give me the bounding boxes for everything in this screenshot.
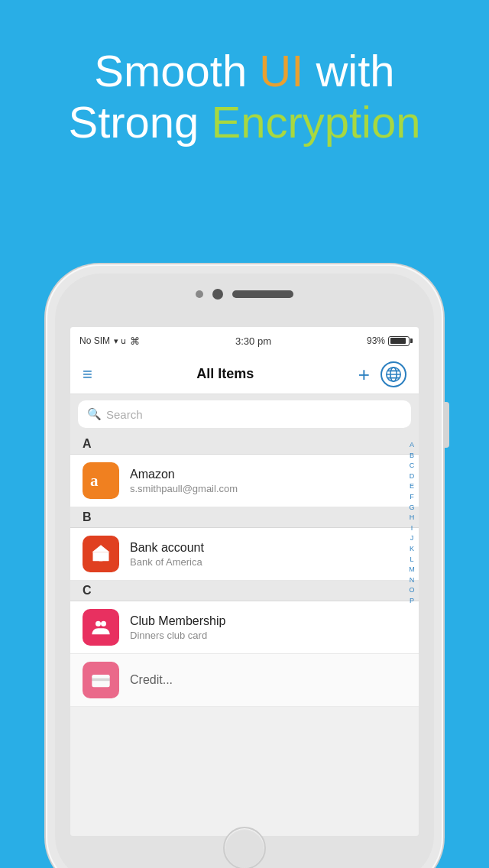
hero-line1-suffix: with [303, 46, 394, 96]
wifi-icon: ▾︎ 𝗎 [114, 336, 126, 346]
section-header-a: A [70, 434, 419, 455]
alpha-a[interactable]: A [406, 440, 417, 450]
add-button[interactable]: + [358, 364, 370, 384]
credit-icon [83, 662, 119, 698]
svg-rect-12 [92, 679, 109, 682]
phone-camera [212, 289, 223, 300]
section-header-b: B [70, 507, 419, 528]
alpha-c[interactable]: C [406, 461, 417, 471]
search-placeholder: Search [106, 408, 143, 421]
bank-text: Bank account Bank of America [130, 541, 406, 568]
club-subtitle: Dinners club card [130, 630, 406, 641]
bank-subtitle: Bank of America [130, 556, 406, 568]
svg-marker-7 [92, 545, 109, 552]
status-time: 3:30 pm [235, 335, 271, 347]
nav-bar: ≡ All Items + [70, 355, 419, 394]
home-button[interactable] [223, 827, 266, 868]
phone-speaker [232, 290, 293, 298]
hero-encryption-accent: Encryption [211, 97, 420, 147]
alpha-d[interactable]: D [406, 471, 417, 481]
hero-ui-accent: UI [259, 46, 303, 96]
wifi-symbol: ⌘ [130, 335, 140, 347]
list-area: A a Amazon s.smithpaull@gmail.com B [70, 434, 419, 836]
list-item-credit[interactable]: Credit... [70, 654, 419, 707]
hero-line1-prefix: Smooth [94, 46, 259, 96]
amazon-text: Amazon s.smithpaull@gmail.com [130, 468, 406, 494]
phone-mic [196, 290, 203, 298]
hero-strong-prefix: Strong [68, 97, 211, 147]
list-item-bank[interactable]: Bank account Bank of America [70, 528, 419, 581]
alpha-f[interactable]: F [406, 492, 417, 502]
svg-text:a: a [90, 471, 99, 490]
search-bar-container: 🔍 Search [70, 394, 419, 434]
search-bar[interactable]: 🔍 Search [78, 400, 411, 428]
alpha-b[interactable]: B [406, 451, 417, 461]
alpha-e[interactable]: E [406, 481, 417, 491]
alpha-k[interactable]: K [406, 544, 417, 554]
battery-fill [390, 338, 406, 344]
nav-right: + [358, 361, 406, 387]
nav-title: All Items [196, 366, 254, 382]
phone-inner: No SIM ▾︎ 𝗎 ⌘ 3:30 pm 93% [55, 274, 434, 868]
hero-line2: Strong Encryption [31, 97, 458, 148]
alpha-i[interactable]: I [406, 523, 417, 533]
phone-top-bar [196, 289, 293, 300]
section-header-c: C [70, 581, 419, 601]
club-icon [83, 609, 119, 646]
globe-button[interactable] [381, 361, 406, 387]
alpha-j[interactable]: J [406, 533, 417, 543]
credit-title: Credit... [130, 673, 406, 687]
list-item-amazon[interactable]: a Amazon s.smithpaull@gmail.com [70, 455, 419, 507]
hero-section: Smooth UI with Strong Encryption [0, 0, 489, 170]
bank-title: Bank account [130, 541, 406, 555]
svg-point-9 [96, 621, 101, 627]
svg-point-10 [101, 621, 106, 627]
search-icon: 🔍 [87, 407, 102, 421]
amazon-subtitle: s.smithpaull@gmail.com [130, 483, 406, 494]
alphabet-sidebar: A B C D E F G H I J K L M [406, 434, 417, 836]
alpha-p[interactable]: P [406, 596, 417, 606]
alpha-n[interactable]: N [406, 575, 417, 585]
status-bar: No SIM ▾︎ 𝗎 ⌘ 3:30 pm 93% [70, 327, 419, 355]
hero-line1: Smooth UI with [31, 46, 458, 97]
bank-icon [83, 536, 119, 572]
menu-icon[interactable]: ≡ [83, 364, 92, 384]
amazon-title: Amazon [130, 468, 406, 481]
svg-rect-8 [99, 555, 103, 561]
club-text: Club Membership Dinners club card [130, 614, 406, 641]
amazon-icon: a [83, 462, 119, 499]
alpha-g[interactable]: G [406, 503, 417, 513]
alpha-o[interactable]: O [406, 585, 417, 595]
club-title: Club Membership [130, 614, 406, 628]
alpha-m[interactable]: M [406, 565, 417, 575]
carrier-text: No SIM [79, 335, 110, 346]
phone-mockup: No SIM ▾︎ 𝗎 ⌘ 3:30 pm 93% [46, 264, 443, 868]
alpha-h[interactable]: H [406, 513, 417, 523]
status-left: No SIM ▾︎ 𝗎 ⌘ [79, 335, 140, 347]
status-right: 93% [367, 335, 410, 346]
credit-text: Credit... [130, 673, 406, 687]
battery-percent: 93% [367, 335, 385, 346]
battery-icon [388, 336, 410, 346]
list-item-club[interactable]: Club Membership Dinners club card [70, 601, 419, 654]
phone-outer: No SIM ▾︎ 𝗎 ⌘ 3:30 pm 93% [46, 264, 443, 868]
phone-screen: No SIM ▾︎ 𝗎 ⌘ 3:30 pm 93% [70, 327, 419, 836]
alpha-l[interactable]: L [406, 555, 417, 565]
